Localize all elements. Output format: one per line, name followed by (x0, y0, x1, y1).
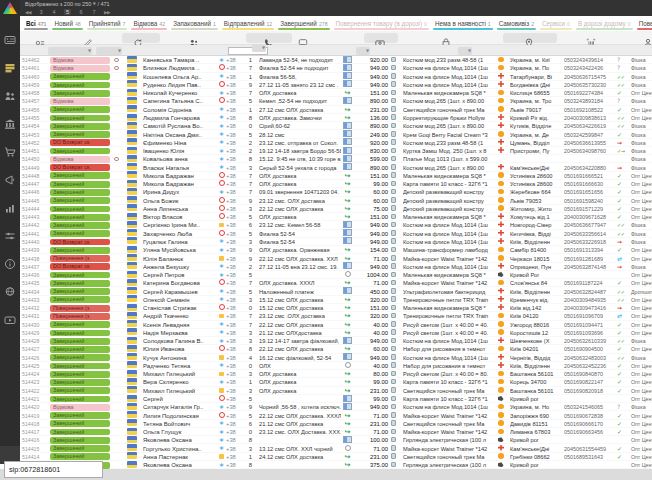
phone-link[interactable]: +38 (226, 395, 243, 403)
phone-column-icon[interactable] (264, 34, 274, 44)
phone-link[interactable]: +38 (226, 172, 243, 180)
phone-link[interactable]: +38 (226, 412, 243, 420)
table-row[interactable]: 514433 Завершений Олексій Семанін +38 3 … (20, 296, 652, 304)
current-page-button[interactable]: 5 (64, 9, 71, 15)
table-row[interactable]: 514444 Завершений Анна Липенська +38 3 2… (20, 205, 652, 213)
table-row[interactable]: 514454 Завершений Самотій Руслана Во.. +… (20, 122, 652, 130)
table-row[interactable]: 514436 Завершений Сергей Петров +38 5 10… (20, 271, 652, 279)
table-row[interactable]: 514434 Завершений Сергей Карамышев +38 5… (20, 287, 652, 295)
phone-link[interactable]: +38 (226, 81, 243, 89)
table-row[interactable]: 514438 Повернення (з. Юлія Баланюк +38 9… (20, 254, 652, 262)
phone-link[interactable]: +38 (226, 420, 243, 428)
table-row[interactable]: 514445 Завершений Ольга Божик +38 9 23.1… (20, 197, 652, 205)
tab-Прийнятий[interactable]: Прийнятий7 (87, 16, 128, 31)
page-button[interactable]: 6 (78, 9, 84, 15)
table-row[interactable]: 514437 DO Возврат ск. Анжела Безушку +38… (20, 263, 652, 271)
phone-link[interactable]: +38 (226, 122, 243, 130)
tab-Всі[interactable]: Всі471 (24, 16, 48, 31)
phone-link[interactable]: +38 (226, 362, 243, 370)
phone-link[interactable]: +38 (226, 155, 243, 163)
phone-link[interactable]: +38 (226, 106, 243, 114)
dashboard-icon[interactable] (4, 32, 16, 44)
tab-Самовивіз[interactable]: Самовивіз2 (497, 16, 536, 31)
phone-link[interactable]: +38 (226, 288, 243, 296)
phone-link[interactable]: +38 (226, 321, 243, 329)
table-row[interactable]: 514435 Завершений Катерина Богданова +38… (20, 279, 652, 287)
customer-column-icon[interactable] (189, 34, 199, 44)
refresh-column-icon[interactable] (133, 34, 143, 44)
tracking-column-icon[interactable] (586, 34, 596, 44)
table-row[interactable]: 514448 Завершений Микола Бадражан +38 7 … (20, 172, 652, 180)
phone-link[interactable]: +38 (226, 73, 243, 81)
table-row[interactable]: 514462 Відмова Каневська Тамара .. +38 1… (20, 56, 652, 64)
last-page-button[interactable]: ▶▶ (104, 10, 110, 15)
first-page-button[interactable]: ◀◀ (25, 10, 31, 15)
table-row[interactable]: 514427 Завершений Юлия Иванова +38 8 22.… (20, 345, 652, 353)
table-row[interactable]: 514451 Завершений Іващенко Юлія +38 2 19… (20, 147, 652, 155)
table-row[interactable]: 514449 DO Возврат ск. Власюк Наталья +38… (20, 163, 652, 171)
phone-link[interactable]: +38 (226, 89, 243, 97)
phone-link[interactable]: +38 (226, 296, 243, 304)
pagination-summary[interactable]: Відображено з 200 по 250 ▼ / 471 (25, 1, 110, 7)
tab-Нема в наявності[interactable]: Нема в наявності1 (433, 16, 493, 31)
phone-link[interactable]: +38 (226, 312, 243, 320)
chart-icon[interactable] (4, 200, 16, 212)
app-logo-icon[interactable] (3, 2, 17, 14)
status-column-icon[interactable] (35, 34, 45, 44)
product-column-icon[interactable] (441, 34, 451, 44)
table-row[interactable]: 514455 Завершений Людмила Гончарова +38 … (20, 114, 652, 122)
counter-filter-dropdown[interactable] (252, 44, 266, 52)
phone-link[interactable]: +38 (226, 354, 243, 362)
phone-link[interactable]: +38 (226, 279, 243, 287)
phone-link[interactable]: +38 (226, 436, 243, 444)
table-row[interactable]: 514422 Завершений Михаил Гилецький +38 3… (20, 387, 652, 395)
sliders-icon[interactable] (4, 228, 16, 240)
table-row[interactable]: 514425 Завершений Радченко Тетяна +38 0 … (20, 362, 652, 370)
table-row[interactable]: 514421 Завершений Сергей +38 5 99.00 Кар… (20, 395, 652, 403)
tab-Сервіси[interactable]: Сервіси0 (540, 16, 572, 31)
table-row[interactable]: 514450 Відмова Ковальова анна +38 8 15.1… (20, 155, 652, 163)
phone-link[interactable]: +38 (226, 230, 243, 238)
phone-link[interactable]: +38 (226, 197, 243, 205)
money-column-icon[interactable] (375, 34, 385, 44)
page-button[interactable]: 7 (91, 9, 97, 15)
payment-filter-dropdown[interactable] (356, 47, 370, 55)
page-button[interactable]: 3 (38, 9, 44, 15)
phone-link[interactable]: +38 (226, 221, 243, 229)
tab-Запакований[interactable]: Запакований1 (171, 16, 218, 31)
tab-Повернення товару (в дорозі)[interactable]: Повернення товару (в дорозі)0 (334, 16, 429, 31)
table-row[interactable]: 514430 Завершений Ксенія Левадняя +38 7 … (20, 321, 652, 329)
tab-Відмова[interactable]: Відмова42 (131, 16, 167, 31)
table-row[interactable]: 514428 Завершений Солодкова Галина В.. +… (20, 337, 652, 345)
table-row[interactable]: 514419 Завершений Лилия Подолинская +38 … (20, 411, 652, 419)
phone-link[interactable]: +38 (226, 337, 243, 345)
phone-link[interactable]: +38 (226, 461, 243, 469)
flag-filter-dropdown[interactable] (96, 47, 122, 55)
table-row[interactable]: 514456 Завершений Соломія Сідоніна +38 1… (20, 106, 652, 114)
tab-Відправлений[interactable]: Відправлений12 (222, 16, 274, 31)
table-row[interactable]: 514446 Завершений Ирина Дидух +38 7 09.0… (20, 188, 652, 196)
manager-column-icon[interactable] (643, 34, 652, 44)
phone-link[interactable]: +38 (226, 403, 243, 411)
people-icon[interactable] (4, 88, 16, 100)
phone-link[interactable]: +38 (226, 147, 243, 155)
phone-link[interactable]: +38 (226, 263, 243, 271)
table-row[interactable]: 514415 Завершений Горгулько Христина.. +… (20, 444, 652, 452)
comment-column-icon[interactable] (298, 34, 308, 44)
phone-link[interactable]: +38 (226, 255, 243, 263)
status-filter-dropdown[interactable] (48, 47, 92, 55)
tab-В дорозі додому[interactable]: В дорозі додому0 (576, 16, 633, 31)
phone-link[interactable]: +38 (226, 131, 243, 139)
phone-link[interactable]: +38 (226, 188, 243, 196)
table-row[interactable]: 514440 DO Возврат ск. Гуцалюк Галина +38… (20, 238, 652, 246)
table-row[interactable]: 514441 Завершений Захарченко Люба +38 5 … (20, 230, 652, 238)
phone-link[interactable]: +38 (226, 271, 243, 279)
table-row[interactable]: 514457 Відмова Сапегина Татьяна С.. +38 … (20, 97, 652, 105)
phone-link[interactable]: +38 (226, 213, 243, 221)
tab-Завершений[interactable]: Завершений278 (278, 16, 329, 31)
page-button[interactable]: 4 (51, 9, 57, 15)
phone-link[interactable]: +38 (226, 304, 243, 312)
table-row[interactable]: 514420 Відмова Ситарчук Наталія Гр.. +38… (20, 403, 652, 411)
bank-icon[interactable] (4, 116, 16, 128)
table-row[interactable]: 514447 Завершений Микола Бадражан +38 7 … (20, 180, 652, 188)
